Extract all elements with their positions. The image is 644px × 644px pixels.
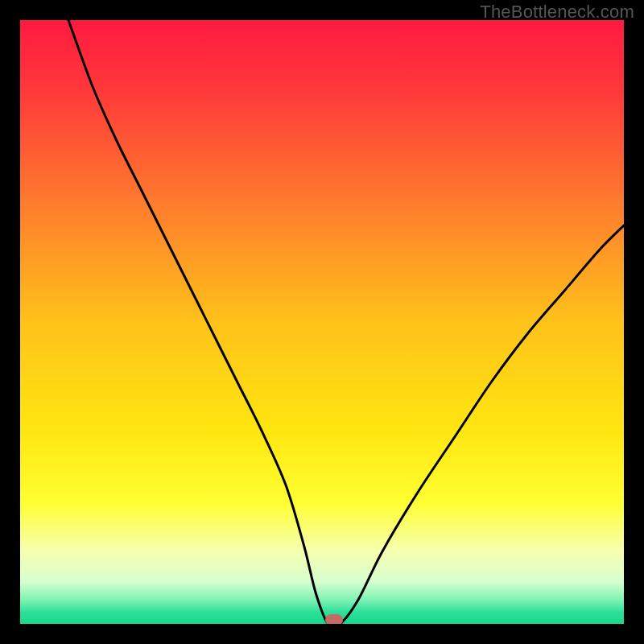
marker-layer	[20, 20, 624, 624]
watermark-text: TheBottleneck.com	[480, 2, 634, 23]
plot-area	[20, 20, 624, 624]
chart-frame: TheBottleneck.com	[0, 0, 644, 644]
optimum-marker	[325, 614, 343, 624]
